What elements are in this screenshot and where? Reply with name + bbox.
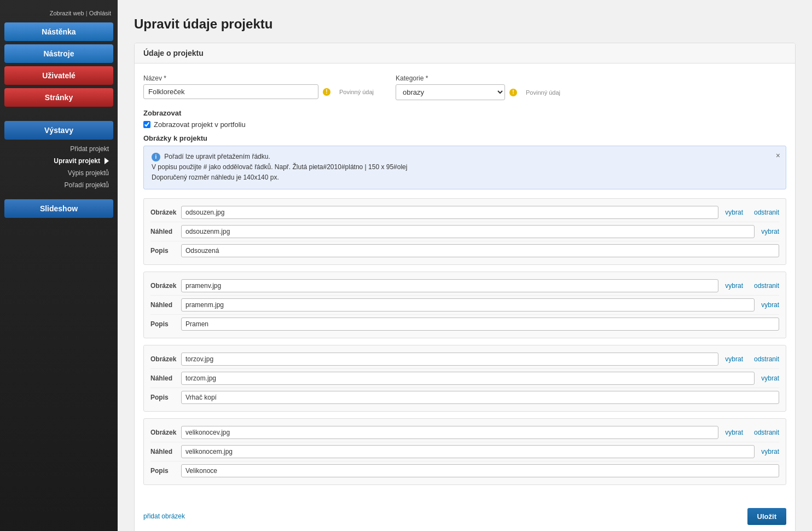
info-text-2: V popisu použijte # jako oddělovač řádků… — [152, 163, 407, 171]
obrazek-row: Obrázek vybrat odstranit — [150, 203, 779, 222]
sidebar-item-vypis-projektu[interactable]: Výpis projektů — [0, 167, 118, 179]
sidebar: Zobrazit web | Odhlásit Nástěnka Nástroj… — [0, 0, 118, 531]
nazev-input[interactable] — [143, 84, 318, 99]
vystavy-button[interactable]: Výstavy — [4, 121, 113, 140]
sidebar-item-pridat-projekt[interactable]: Přidat projekt — [0, 143, 118, 155]
card-body: Název * ! Povinný údaj Kategorie * obraz… — [135, 64, 795, 503]
sidebar-item-poradi-projektu[interactable]: Pořadí projektů — [0, 179, 118, 191]
popis-row: Popis — [150, 315, 779, 333]
odstranit-link[interactable]: odstranit — [743, 429, 779, 436]
project-card: Údaje o projektu Název * ! Povinný údaj … — [134, 43, 796, 531]
info-text-3: Doporučený rozměr náhledu je 140x140 px. — [152, 174, 279, 181]
image-block: Obrázek vybrat odstranit Náhled vybrat P… — [143, 198, 786, 265]
active-arrow-icon — [105, 158, 109, 164]
obrazky-section: Obrázky k projektu i Pořadí lze upravit … — [143, 134, 786, 485]
odstranit-link[interactable]: odstranit — [743, 355, 779, 363]
nazev-warning-icon: ! — [323, 88, 330, 96]
vybrat-nahled-link[interactable]: vybrat — [761, 228, 779, 235]
zobrazovat-label: Zobrazovat — [143, 109, 786, 117]
nahled-row: Náhled vybrat — [150, 222, 779, 241]
obrazky-label: Obrázky k projektu — [143, 134, 786, 142]
popis-label: Popis — [150, 320, 181, 328]
page-title: Upravit údaje projektu — [134, 16, 796, 32]
nahled-input[interactable] — [181, 225, 755, 238]
vybrat-obrazek-link[interactable]: vybrat — [725, 355, 743, 363]
image-blocks-container: Obrázek vybrat odstranit Náhled vybrat P… — [143, 198, 786, 485]
kategorie-group: Kategorie * obrazy grafika sochy instala… — [396, 74, 560, 100]
image-block: Obrázek vybrat odstranit Náhled vybrat P… — [143, 345, 786, 412]
nastenska-button[interactable]: Nástěnka — [4, 22, 113, 41]
nahled-row: Náhled vybrat — [150, 369, 779, 388]
kategorie-select[interactable]: obrazy grafika sochy instalace — [396, 84, 505, 100]
popis-row: Popis — [150, 388, 779, 407]
obrazek-row: Obrázek vybrat odstranit — [150, 350, 779, 369]
obrazek-label: Obrázek — [150, 209, 181, 216]
obrazek-input[interactable] — [181, 426, 718, 439]
info-icon: i — [152, 153, 160, 161]
slideshow-button[interactable]: Slideshow — [4, 199, 113, 218]
ulozit-button[interactable]: Uložit — [747, 508, 786, 525]
vybrat-obrazek-link[interactable]: vybrat — [725, 209, 743, 216]
obrazek-label: Obrázek — [150, 355, 181, 363]
kategorie-warning-icon: ! — [509, 89, 517, 96]
image-block: Obrázek vybrat odstranit Náhled vybrat P… — [143, 272, 786, 338]
popis-label: Popis — [150, 247, 181, 255]
vybrat-nahled-link[interactable]: vybrat — [761, 448, 779, 455]
card-header: Údaje o projektu — [135, 43, 795, 64]
zobrazit-web-link[interactable]: Zobrazit web — [50, 10, 84, 16]
uzivatele-button[interactable]: Uživatelé — [4, 66, 113, 85]
name-category-row: Název * ! Povinný údaj Kategorie * obraz… — [143, 74, 786, 100]
obrazek-label: Obrázek — [150, 282, 181, 290]
projekty-section: Výstavy Přidat projekt Upravit projekt V… — [0, 119, 118, 191]
nahled-label: Náhled — [150, 448, 181, 455]
zobrazovat-section: Zobrazovat Zobrazovat projekt v portfoli… — [143, 109, 786, 129]
popis-input[interactable] — [181, 464, 779, 477]
vybrat-obrazek-link[interactable]: vybrat — [725, 282, 743, 290]
nahled-label: Náhled — [150, 374, 181, 382]
obrazek-row: Obrázek vybrat odstranit — [150, 276, 779, 296]
obrazek-input[interactable] — [181, 353, 718, 366]
info-close-button[interactable]: × — [776, 149, 780, 161]
kategorie-label: Kategorie * — [396, 74, 560, 82]
nahled-input[interactable] — [181, 445, 755, 458]
popis-row: Popis — [150, 461, 779, 480]
nazev-required-note: Povinný údaj — [339, 89, 374, 95]
vybrat-obrazek-link[interactable]: vybrat — [725, 429, 743, 436]
popis-label: Popis — [150, 467, 181, 475]
obrazek-row: Obrázek vybrat odstranit — [150, 423, 779, 442]
obrazek-input[interactable] — [181, 279, 718, 292]
top-links: Zobrazit web | Odhlásit — [0, 5, 118, 21]
popis-input[interactable] — [181, 391, 779, 404]
vybrat-nahled-link[interactable]: vybrat — [761, 301, 779, 309]
nahled-row: Náhled vybrat — [150, 442, 779, 461]
stranky-button[interactable]: Stránky — [4, 88, 113, 107]
vybrat-nahled-link[interactable]: vybrat — [761, 374, 779, 382]
image-block: Obrázek vybrat odstranit Náhled vybrat P… — [143, 418, 786, 485]
zobrazovat-checkbox-label: Zobrazovat projekt v portfoliu — [154, 120, 246, 129]
nahled-input[interactable] — [181, 372, 755, 385]
popis-input[interactable] — [181, 244, 779, 257]
popis-label: Popis — [150, 394, 181, 401]
sidebar-item-upravit-projekt[interactable]: Upravit projekt — [0, 155, 118, 167]
info-text-1: Pořadí lze upravit přetažením řádku. — [164, 153, 270, 160]
card-footer: přidat obrázek Uložit — [135, 503, 795, 531]
nastroje-button[interactable]: Nástroje — [4, 44, 113, 63]
nahled-label: Náhled — [150, 228, 181, 235]
popis-input[interactable] — [181, 318, 779, 331]
obrazek-input[interactable] — [181, 206, 718, 219]
kategorie-required-note: Povinný údaj — [526, 89, 560, 96]
nahled-input[interactable] — [181, 298, 755, 311]
pridat-obrazek-link[interactable]: přidat obrázek — [143, 512, 185, 520]
odstranit-link[interactable]: odstranit — [743, 209, 779, 216]
popis-row: Popis — [150, 241, 779, 260]
obrazek-label: Obrázek — [150, 429, 181, 436]
checkbox-row: Zobrazovat projekt v portfoliu — [143, 120, 786, 129]
nazev-label: Název * — [143, 74, 374, 82]
zobrazovat-checkbox[interactable] — [143, 121, 150, 128]
odstranit-link[interactable]: odstranit — [743, 282, 779, 290]
nahled-label: Náhled — [150, 301, 181, 309]
info-box: i Pořadí lze upravit přetažením řádku. V… — [143, 146, 786, 189]
odhlasit-link[interactable]: Odhlásit — [89, 10, 111, 16]
main-content: Upravit údaje projektu Údaje o projektu … — [118, 0, 812, 531]
nazev-group: Název * ! Povinný údaj — [143, 74, 374, 100]
